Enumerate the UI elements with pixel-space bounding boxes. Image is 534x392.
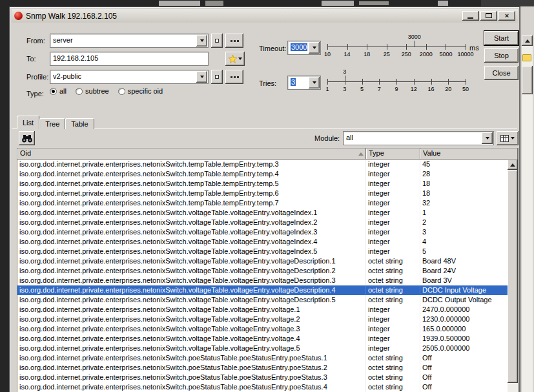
timeout-slider[interactable]: 3000 101418252502000500010000 [327, 33, 466, 61]
tries-dropdown-button[interactable] [309, 77, 320, 88]
type-cell: integer [366, 189, 420, 198]
type-cell: integer [366, 324, 420, 334]
oid-column-header[interactable]: Oid [17, 149, 366, 160]
type-radio-subtree[interactable]: subtree [76, 87, 109, 95]
table-row[interactable]: iso.org.dod.internet.private.enterprises… [17, 179, 508, 189]
slider-tick [345, 79, 345, 85]
tries-slider[interactable]: 3 1357912162050 [327, 68, 466, 96]
oid-cell: iso.org.dod.internet.private.enterprises… [17, 276, 366, 285]
type-column-header[interactable]: Type [366, 149, 420, 160]
module-combobox[interactable]: all [343, 131, 494, 145]
table-row[interactable]: iso.org.dod.internet.private.enterprises… [17, 160, 508, 169]
table-row[interactable]: iso.org.dod.internet.private.enterprises… [17, 373, 508, 382]
oid-cell: iso.org.dod.internet.private.enterprises… [17, 363, 366, 373]
table-row[interactable]: iso.org.dod.internet.private.enterprises… [17, 169, 508, 179]
background-scrollbar-thumb[interactable] [522, 66, 533, 94]
tries-value: 3 [291, 78, 296, 86]
search-button[interactable] [19, 131, 35, 145]
type-cell: integer [366, 334, 420, 344]
background-scroll-up-button[interactable] [522, 36, 533, 46]
to-options-button[interactable] [225, 52, 245, 66]
slider-tick [396, 79, 397, 85]
table-row[interactable]: iso.org.dod.internet.private.enterprises… [17, 382, 508, 392]
oid-cell: iso.org.dod.internet.private.enterprises… [17, 295, 366, 305]
ellipsis-icon [231, 40, 232, 42]
table-row[interactable]: iso.org.dod.internet.private.enterprises… [17, 285, 508, 295]
value-column-header[interactable]: Value [420, 149, 518, 160]
table-row[interactable]: iso.org.dod.internet.private.enterprises… [17, 344, 508, 353]
type-radio-specific-oid[interactable]: specific oid [118, 87, 163, 95]
from-browse-button[interactable] [225, 34, 243, 48]
table-scroll-up-button[interactable] [508, 160, 518, 170]
table-row[interactable]: iso.org.dod.internet.private.enterprises… [17, 208, 508, 218]
table-row[interactable]: iso.org.dod.internet.private.enterprises… [17, 237, 508, 247]
timeout-combobox[interactable]: 3000 [287, 41, 321, 55]
star-icon [229, 55, 237, 63]
profile-dropdown-button[interactable] [196, 71, 207, 83]
table-row[interactable]: iso.org.dod.internet.private.enterprises… [17, 218, 508, 227]
type-options: allsubtreespecific oid [50, 87, 163, 95]
tries-combobox[interactable]: 3 [287, 76, 321, 90]
background-app-fragment [159, 1, 200, 6]
table-scrollbar-thumb[interactable] [508, 170, 518, 383]
slider-tick-label: 20 [445, 86, 451, 92]
type-cell: integer [366, 179, 420, 189]
table-row[interactable]: iso.org.dod.internet.private.enterprises… [17, 305, 508, 315]
chevron-down-icon [511, 137, 515, 139]
from-combobox[interactable]: server [50, 34, 209, 48]
oid-cell: iso.org.dod.internet.private.enterprises… [17, 208, 366, 218]
table-row[interactable]: iso.org.dod.internet.private.enterprises… [17, 315, 508, 324]
table-row[interactable]: iso.org.dod.internet.private.enterprises… [17, 198, 508, 208]
view-options-button[interactable] [497, 131, 519, 145]
close-window-button[interactable]: × [498, 11, 515, 21]
table-row[interactable]: iso.org.dod.internet.private.enterprises… [17, 276, 508, 285]
timeout-unit-label: ms [469, 44, 479, 52]
table-row[interactable]: iso.org.dod.internet.private.enterprises… [17, 295, 508, 305]
start-button[interactable]: Start [484, 31, 519, 45]
module-dropdown-button[interactable] [482, 132, 493, 144]
tab-list[interactable]: List [17, 116, 39, 129]
from-dropdown-button[interactable] [196, 35, 207, 46]
table-row[interactable]: iso.org.dod.internet.private.enterprises… [17, 324, 508, 334]
type-cell: integer [366, 344, 420, 353]
table-row[interactable]: iso.org.dod.internet.private.enterprises… [17, 256, 508, 266]
slider-tick-label: 2000 [420, 51, 433, 57]
table-row[interactable]: iso.org.dod.internet.private.enterprises… [17, 334, 508, 344]
table-row[interactable]: iso.org.dod.internet.private.enterprises… [17, 189, 508, 198]
chevron-down-icon [486, 137, 489, 139]
table-row[interactable]: iso.org.dod.internet.private.enterprises… [17, 363, 508, 373]
timeout-dropdown-button[interactable] [309, 42, 320, 54]
value-cell: DCDC Output Voltage [420, 295, 508, 305]
value-cell: 28 [420, 169, 508, 179]
to-input[interactable]: 192.168.2.105 [50, 52, 209, 66]
value-cell: 1939.0.500000 [420, 334, 508, 344]
profile-combobox[interactable]: v2-public [50, 70, 209, 84]
stop-button[interactable]: Stop [484, 48, 519, 63]
value-cell: 18 [420, 189, 508, 198]
type-cell: integer [366, 227, 420, 237]
maximize-button[interactable] [480, 11, 497, 21]
profile-label: Profile: [26, 73, 48, 81]
slider-tick [466, 44, 466, 50]
profile-browse-button[interactable] [225, 70, 243, 84]
value-cell: 165.0.000000 [420, 324, 508, 334]
from-edit-button[interactable] [211, 34, 223, 48]
profile-edit-button[interactable] [211, 70, 223, 84]
tab-tree[interactable]: Tree [39, 118, 65, 129]
value-cell: 18 [420, 179, 508, 189]
table-row[interactable]: iso.org.dod.internet.private.enterprises… [17, 266, 508, 276]
type-cell: octet string [366, 363, 420, 373]
value-cell: 5 [420, 247, 508, 256]
table-row[interactable]: iso.org.dod.internet.private.enterprises… [17, 353, 508, 363]
slider-tick-label: 9 [395, 86, 398, 92]
tab-table[interactable]: Table [65, 118, 94, 129]
oid-cell: iso.org.dod.internet.private.enterprises… [17, 315, 366, 324]
table-row[interactable]: iso.org.dod.internet.private.enterprises… [17, 247, 508, 256]
table-row[interactable]: iso.org.dod.internet.private.enterprises… [17, 227, 508, 237]
title-bar[interactable]: Snmp Walk 192.168.2.105 × [12, 9, 518, 23]
close-button[interactable]: Close [484, 66, 519, 80]
minimize-button[interactable] [462, 11, 479, 21]
table-scrollbar[interactable] [508, 160, 518, 392]
type-radio-all[interactable]: all [50, 87, 67, 95]
minimize-icon [467, 17, 473, 19]
